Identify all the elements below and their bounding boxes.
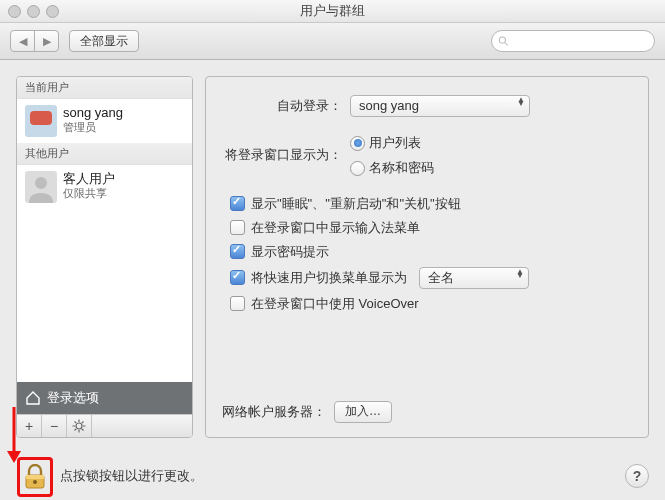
login-options-label: 登录选项 <box>47 389 99 407</box>
checkbox-icon <box>230 270 245 285</box>
radio-icon <box>350 136 365 151</box>
svg-point-3 <box>76 423 82 429</box>
chk-fastswitch-label: 将快速用户切换菜单显示为 <box>251 269 407 287</box>
gear-icon <box>72 419 86 433</box>
chk-voiceover[interactable]: 在登录窗口中使用 VoiceOver <box>230 295 632 313</box>
help-button[interactable]: ? <box>625 464 649 488</box>
chk-input-menu[interactable]: 在登录窗口中显示输入法菜单 <box>230 219 632 237</box>
chk-voiceover-label: 在登录窗口中使用 VoiceOver <box>251 295 419 313</box>
display-as-label: 将登录窗口显示为： <box>222 145 342 166</box>
nav-segmented: ◀ ▶ <box>10 30 59 52</box>
join-button-label: 加入… <box>345 402 381 421</box>
titlebar: 用户与群组 <box>0 0 665 23</box>
svg-line-9 <box>82 429 84 431</box>
radio-name-password[interactable]: 名称和密码 <box>350 158 434 179</box>
sidebar-item-guest-user[interactable]: 客人用户 仅限共享 <box>17 165 192 209</box>
checkbox-icon <box>230 196 245 211</box>
lock-icon[interactable] <box>24 464 46 490</box>
avatar <box>25 171 57 203</box>
annotation-arrow-icon <box>4 405 24 465</box>
svg-line-8 <box>75 422 77 424</box>
section-current-user: 当前用户 <box>17 77 192 99</box>
row-auto-login: 自动登录： song yang ▲▼ <box>222 95 632 117</box>
sidebar-footer: + − <box>17 414 192 437</box>
row-network-server: 网络帐户服务器： 加入… <box>222 401 632 423</box>
users-sidebar: 当前用户 song yang 管理员 其他用户 客人用户 仅限共享 <box>16 76 193 438</box>
checkbox-icon <box>230 244 245 259</box>
forward-button[interactable]: ▶ <box>34 31 58 51</box>
user-name: 客人用户 <box>63 171 115 187</box>
chk-password-hint[interactable]: 显示密码提示 <box>230 243 632 261</box>
toolbar: ◀ ▶ 全部显示 <box>0 23 665 60</box>
radio-icon <box>350 161 365 176</box>
house-icon <box>25 390 41 406</box>
sidebar-item-login-options[interactable]: 登录选项 <box>17 382 192 414</box>
user-role: 管理员 <box>63 121 123 134</box>
auto-login-label: 自动登录： <box>222 96 342 117</box>
auto-login-value: song yang <box>359 96 419 117</box>
chk-sleep-restart-shutdown[interactable]: 显示"睡眠"、"重新启动"和"关机"按钮 <box>230 195 632 213</box>
window-title: 用户与群组 <box>300 2 365 20</box>
svg-point-16 <box>33 480 37 484</box>
svg-line-10 <box>82 422 84 424</box>
svg-point-2 <box>35 177 47 189</box>
row-display-as: 将登录窗口显示为： 用户列表 名称和密码 <box>222 133 632 179</box>
search-icon <box>498 35 509 47</box>
lock-button-highlight <box>17 457 53 497</box>
chevron-updown-icon: ▲▼ <box>516 270 524 278</box>
network-server-label: 网络帐户服务器： <box>222 402 326 423</box>
search-input[interactable] <box>513 33 648 49</box>
svg-line-1 <box>505 43 508 46</box>
checkbox-icon <box>230 220 245 235</box>
traffic-lights <box>8 5 59 18</box>
radio-user-list[interactable]: 用户列表 <box>350 133 421 154</box>
join-button[interactable]: 加入… <box>334 401 392 423</box>
section-other-users: 其他用户 <box>17 143 192 165</box>
auto-login-popup[interactable]: song yang ▲▼ <box>350 95 530 117</box>
action-menu-button[interactable] <box>67 415 92 437</box>
checkbox-icon <box>230 296 245 311</box>
svg-rect-15 <box>26 475 44 479</box>
minimize-icon[interactable] <box>27 5 40 18</box>
help-label: ? <box>633 468 642 484</box>
close-icon[interactable] <box>8 5 21 18</box>
remove-user-button[interactable]: − <box>42 415 67 437</box>
search-field[interactable] <box>491 30 655 52</box>
login-options-panel: 自动登录： song yang ▲▼ 将登录窗口显示为： 用户列表 名称和密码 <box>205 76 649 438</box>
show-all-label: 全部显示 <box>80 33 128 50</box>
chevron-updown-icon: ▲▼ <box>517 98 525 106</box>
user-role: 仅限共享 <box>63 187 115 200</box>
sidebar-item-current-user[interactable]: song yang 管理员 <box>17 99 192 143</box>
fast-switch-value: 全名 <box>428 269 454 287</box>
chk-sleep-label: 显示"睡眠"、"重新启动"和"关机"按钮 <box>251 195 461 213</box>
show-all-button[interactable]: 全部显示 <box>69 30 139 52</box>
svg-line-11 <box>75 429 77 431</box>
avatar <box>25 105 57 137</box>
content: 当前用户 song yang 管理员 其他用户 客人用户 仅限共享 <box>0 60 665 438</box>
chk-pwhint-label: 显示密码提示 <box>251 243 329 261</box>
svg-point-0 <box>499 37 505 43</box>
options-block: 显示"睡眠"、"重新启动"和"关机"按钮 在登录窗口中显示输入法菜单 显示密码提… <box>222 195 632 313</box>
lock-hint-text: 点按锁按钮以进行更改。 <box>60 467 203 485</box>
person-icon <box>25 171 57 203</box>
chk-input-label: 在登录窗口中显示输入法菜单 <box>251 219 420 237</box>
fast-switch-popup[interactable]: 全名 ▲▼ <box>419 267 529 289</box>
chk-fast-user-switching[interactable]: 将快速用户切换菜单显示为 全名 ▲▼ <box>230 267 632 289</box>
zoom-icon[interactable] <box>46 5 59 18</box>
radio-name-password-label: 名称和密码 <box>369 158 434 179</box>
radio-user-list-label: 用户列表 <box>369 133 421 154</box>
back-button[interactable]: ◀ <box>11 31 34 51</box>
user-name: song yang <box>63 105 123 121</box>
